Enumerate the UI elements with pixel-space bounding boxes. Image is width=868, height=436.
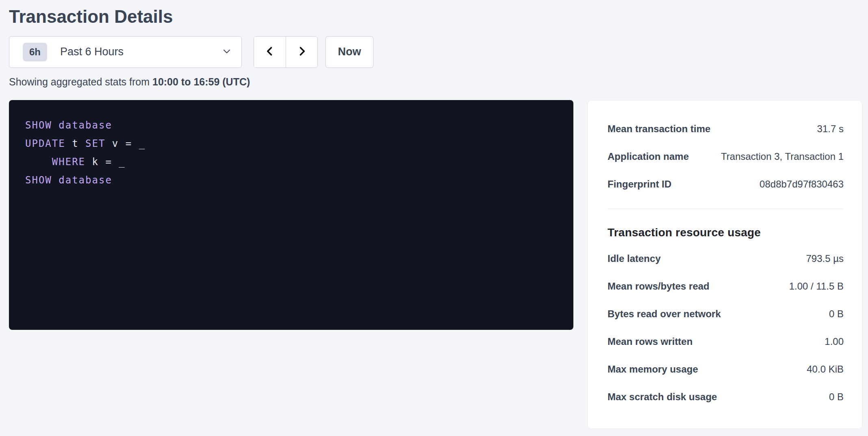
transaction-details-panel: Mean transaction time 31.7 s Application…: [587, 100, 862, 429]
aggregated-stats-caption: Showing aggregated stats from 10:00 to 1…: [9, 76, 862, 88]
stat-value: 08d8b7d97f830463: [760, 179, 844, 190]
page-title: Transaction Details: [9, 7, 862, 27]
stat-value: 40.0 KiB: [807, 364, 844, 375]
sql-identifier: t: [65, 138, 85, 149]
stat-value: 0 B: [829, 308, 844, 320]
previous-time-button[interactable]: [254, 37, 286, 68]
stat-label: Mean rows written: [608, 336, 692, 347]
resource-usage-section-title: Transaction resource usage: [608, 226, 844, 239]
now-button[interactable]: Now: [326, 36, 373, 68]
stat-row-idle-latency: Idle latency 793.5 µs: [608, 245, 844, 272]
stat-label: Application name: [608, 151, 689, 162]
sql-keyword: SHOW database: [25, 174, 112, 186]
sql-line: SHOW database: [25, 116, 561, 135]
sql-identifier: v = _: [105, 138, 145, 149]
sql-keyword: WHERE: [52, 156, 85, 168]
next-time-button[interactable]: [286, 37, 317, 68]
sql-statement-block: SHOW database UPDATE t SET v = _ WHERE k…: [9, 100, 573, 330]
stat-label: Mean rows/bytes read: [608, 281, 710, 292]
stat-row-mean-rows-bytes-read: Mean rows/bytes read 1.00 / 11.5 B: [608, 272, 844, 300]
sql-line: UPDATE t SET v = _: [25, 135, 561, 153]
sql-line: SHOW database: [25, 171, 561, 190]
time-controls: 6h Past 6 Hours Now: [9, 36, 862, 68]
stat-row-mean-rows-written: Mean rows written 1.00: [608, 328, 844, 355]
stat-row-mean-transaction-time: Mean transaction time 31.7 s: [608, 115, 844, 143]
time-nav-group: [254, 36, 318, 68]
stats-caption-prefix: Showing aggregated stats from: [9, 76, 152, 87]
sql-identifier: k = _: [85, 156, 126, 168]
stat-label: Fingerprint ID: [608, 179, 671, 190]
time-range-dropdown[interactable]: 6h Past 6 Hours: [9, 36, 242, 68]
stat-label: Mean transaction time: [608, 123, 710, 135]
sql-keyword: SHOW database: [25, 120, 112, 131]
chevron-down-icon: [222, 46, 232, 58]
stat-row-max-scratch-disk-usage: Max scratch disk usage 0 B: [608, 383, 844, 411]
stat-label: Bytes read over network: [608, 308, 721, 320]
main-content: SHOW database UPDATE t SET v = _ WHERE k…: [9, 100, 862, 429]
sql-keyword: UPDATE: [25, 138, 65, 149]
stat-value: Transaction 3, Transaction 1: [721, 151, 844, 162]
stat-row-max-memory-usage: Max memory usage 40.0 KiB: [608, 355, 844, 383]
stat-value: 0 B: [829, 391, 844, 403]
panel-divider: [608, 209, 844, 209]
stat-label: Max memory usage: [608, 364, 698, 375]
chevron-right-icon: [296, 46, 308, 58]
stat-value: 31.7 s: [817, 123, 844, 135]
stat-label: Max scratch disk usage: [608, 391, 717, 403]
stat-value: 1.00 / 11.5 B: [789, 281, 844, 292]
time-range-label: Past 6 Hours: [60, 46, 222, 58]
transaction-details-page: Transaction Details 6h Past 6 Hours Now: [0, 0, 868, 429]
stat-value: 1.00: [825, 336, 844, 347]
chevron-left-icon: [264, 46, 276, 58]
stat-value: 793.5 µs: [806, 253, 844, 264]
sql-keyword: SET: [85, 138, 105, 149]
time-range-badge: 6h: [23, 43, 47, 61]
sql-indent: [25, 156, 52, 168]
stat-row-application-name: Application name Transaction 3, Transact…: [608, 143, 844, 170]
sql-line: WHERE k = _: [25, 153, 561, 171]
stat-row-fingerprint-id: Fingerprint ID 08d8b7d97f830463: [608, 170, 844, 198]
stat-label: Idle latency: [608, 253, 661, 264]
stats-caption-range: 10:00 to 16:59 (UTC): [152, 76, 250, 87]
stat-row-bytes-read-over-network: Bytes read over network 0 B: [608, 300, 844, 328]
